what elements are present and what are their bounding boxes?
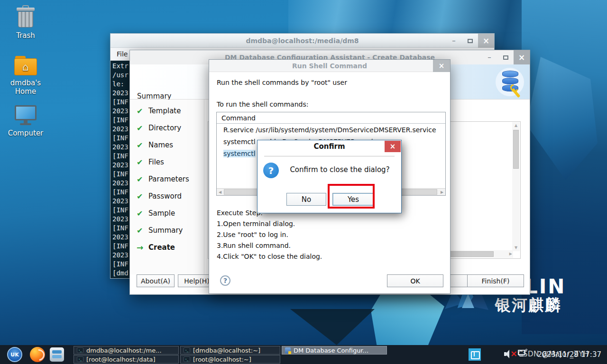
terminal-titlebar[interactable]: dmdba@localhost:/media/dm8 – × — [110, 34, 494, 48]
desktop-icon-home[interactable]: ⌂ dmdba's Home — [1, 56, 50, 96]
ok-button[interactable]: OK — [387, 274, 443, 287]
desktop-icon-label: dmdba's Home — [1, 79, 50, 96]
minimize-icon[interactable]: – — [481, 50, 497, 64]
step-status-icon: ✔ — [137, 124, 144, 133]
execute-step-line: 1.Open terminal dialog. — [217, 218, 322, 229]
finish-button[interactable]: Finish(F) — [467, 274, 524, 287]
no-button[interactable]: No — [286, 193, 326, 206]
iceberg-notch-graphic — [290, 309, 375, 345]
scroll-left-icon[interactable]: ◀ — [217, 189, 223, 196]
execute-step-line: 4.Click "OK" to close the dialog. — [217, 251, 322, 262]
database-icon — [494, 67, 524, 97]
step-status-icon: ✔ — [137, 226, 144, 235]
step-status-icon: ✔ — [137, 175, 144, 184]
vertical-scrollbar[interactable]: ▲ ▼ — [512, 122, 520, 251]
scroll-up-icon[interactable]: ▲ — [512, 122, 520, 129]
firefox-icon[interactable] — [30, 347, 45, 362]
desktop-icon-label: Computer — [1, 129, 50, 137]
taskbar-window-dm-configurator[interactable]: DM Database Configur... — [282, 346, 387, 355]
command-row[interactable]: R.service /usr/lib/systemd/system/DmServ… — [217, 124, 445, 136]
taskbar-window-label: [root@localhost:/data] — [86, 356, 156, 363]
desktop-icon-label: Trash — [1, 31, 50, 40]
wizard-step[interactable]: ✔ Summary — [130, 222, 204, 239]
about-button[interactable]: About(A) — [137, 274, 175, 287]
execute-step-line: 2.Use "root" to log in. — [217, 229, 322, 240]
scroll-right-icon[interactable]: ▶ — [509, 250, 512, 258]
dialog-title: Confirm — [313, 142, 345, 151]
close-icon[interactable]: × — [514, 50, 530, 64]
computer-icon — [14, 105, 37, 126]
yes-button[interactable]: Yes — [332, 193, 374, 206]
scroll-right-icon[interactable]: ▶ — [439, 189, 445, 196]
taskbar-window-label: dmdba@localhost:/me... — [86, 347, 162, 354]
wizard-step[interactable]: ✔ Names — [130, 136, 204, 154]
terminal-title: dmdba@localhost:/media/dm8 — [246, 37, 359, 45]
taskbar-window-terminal-media[interactable]: ›_ dmdba@localhost:/me... — [74, 346, 179, 355]
dialog-title: Run Shell Command — [292, 62, 367, 70]
step-status-icon: → — [137, 243, 144, 252]
maximize-icon[interactable] — [497, 50, 514, 64]
step-status-icon: ✔ — [137, 192, 144, 201]
dialog-titlebar[interactable]: Run Shell Command × — [209, 60, 450, 72]
confirm-message: Confirm to close the dialog? — [282, 165, 397, 174]
wizard-step-list: ✔ Template ✔ Directory ✔ Names ✔ Files ✔… — [130, 100, 204, 274]
step-label: Create — [148, 243, 175, 252]
close-icon[interactable]: × — [433, 60, 450, 72]
step-label: Directory — [148, 124, 181, 132]
step-label: Names — [148, 141, 173, 149]
volume-muted-icon[interactable]: × — [504, 350, 516, 358]
step-status-icon: ✔ — [137, 141, 144, 150]
terminal-icon: ›_ — [77, 356, 83, 362]
desktop-icon-computer[interactable]: Computer — [1, 105, 50, 137]
execute-steps: Execute Step:1.Open terminal dialog.2.Us… — [217, 208, 322, 262]
command-table-header: Command — [217, 112, 445, 124]
wizard-step[interactable]: ✔ Template — [130, 102, 204, 119]
confirm-dialog: Confirm × ? Confirm to close the dialog?… — [257, 140, 402, 213]
start-menu-button[interactable]: UK — [7, 347, 22, 362]
step-status-icon: ✔ — [137, 209, 144, 218]
execute-step-line: 3.Run shell command. — [217, 240, 322, 251]
wizard-step[interactable]: ✔ Parameters — [130, 171, 204, 188]
terminal-icon: ›_ — [77, 347, 83, 353]
wizard-step[interactable]: ✔ Files — [130, 154, 204, 171]
step-label: Template — [148, 107, 181, 115]
terminal-icon: ›_ — [184, 356, 190, 362]
input-method-icon[interactable] — [469, 348, 481, 361]
wizard-step[interactable]: ✔ Directory — [130, 119, 204, 136]
menu-file[interactable]: File — [117, 50, 128, 58]
step-status-icon: ✔ — [137, 107, 144, 116]
wizard-step[interactable]: → Create — [130, 239, 204, 256]
csdn-watermark: CSDN @Major_ZYH — [518, 350, 589, 358]
divider — [264, 156, 395, 156]
desktop-icon-trash[interactable]: Trash — [1, 5, 50, 40]
step-label: Password — [148, 192, 182, 200]
step-label: Sample — [148, 209, 175, 218]
scroll-down-icon[interactable]: ▼ — [512, 245, 520, 251]
dialog-intro-text: Run the shell commands by "root" user — [217, 79, 347, 86]
close-icon[interactable]: × — [385, 141, 401, 152]
taskbar-window-label: [dmdba@localhost:~] — [193, 347, 260, 354]
taskbar-window-label: DM Database Configur... — [294, 347, 368, 354]
command-text: systemctl — [223, 150, 256, 157]
scrollbar-thumb[interactable] — [513, 130, 519, 169]
wizard-step[interactable]: ✔ Password — [130, 188, 204, 205]
dialog-titlebar[interactable]: Confirm × — [258, 140, 401, 153]
step-label: Parameters — [148, 175, 189, 183]
terminal-icon: ›_ — [184, 347, 190, 353]
taskbar-window-terminal-dmdba-home[interactable]: ›_ [dmdba@localhost:~] — [180, 346, 280, 355]
trash-icon — [15, 5, 36, 28]
taskbar: UK ›_ dmdba@localhost:/me... ›_ [dmdba@l… — [0, 345, 607, 364]
wizard-step[interactable]: ✔ Sample — [130, 205, 204, 222]
command-text: R.service /usr/lib/systemd/system/DmServ… — [223, 126, 436, 134]
help-question-icon[interactable]: ? — [220, 275, 230, 286]
taskbar-window-label: [root@localhost:~] — [193, 356, 251, 363]
maximize-icon[interactable] — [462, 34, 478, 48]
minimize-icon[interactable]: – — [446, 34, 462, 48]
file-manager-icon[interactable] — [50, 347, 64, 362]
dialog-subtitle-text: To run the shell commands: — [217, 100, 308, 108]
close-icon[interactable]: × — [478, 34, 494, 48]
step-label: Summary — [148, 226, 183, 235]
taskbar-window-terminal-root-data[interactable]: ›_ [root@localhost:/data] — [74, 355, 179, 364]
mute-x-icon: × — [510, 348, 517, 358]
taskbar-window-terminal-root-home[interactable]: ›_ [root@localhost:~] — [180, 355, 280, 364]
